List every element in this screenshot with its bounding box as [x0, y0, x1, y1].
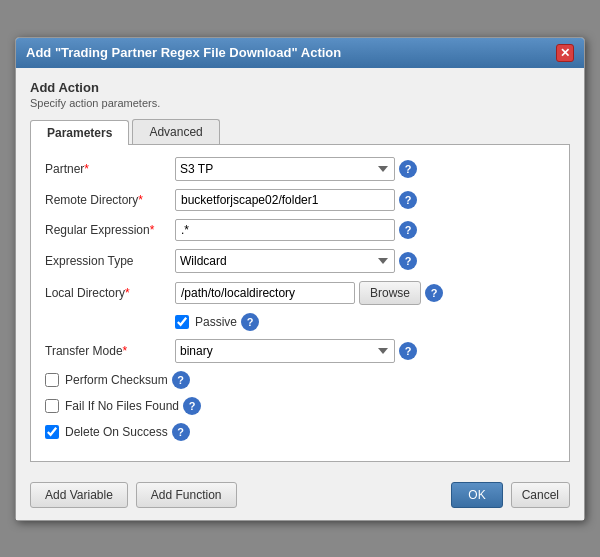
delete-on-success-label: Delete On Success: [65, 425, 168, 439]
dialog: Add "Trading Partner Regex File Download…: [15, 37, 585, 521]
transfer-mode-select[interactable]: binary: [175, 339, 395, 363]
add-variable-button[interactable]: Add Variable: [30, 482, 128, 508]
regex-input[interactable]: [175, 219, 395, 241]
passive-checkbox[interactable]: [175, 315, 189, 329]
passive-label: Passive: [195, 315, 237, 329]
tab-content-parameters: Partner* S3 TP ? Remote Directory* ?: [30, 145, 570, 462]
partner-label: Partner*: [45, 162, 175, 176]
regex-control: ?: [175, 219, 555, 241]
fail-no-files-help-icon[interactable]: ?: [183, 397, 201, 415]
expression-type-row: Expression Type Wildcard ?: [45, 249, 555, 273]
partner-select[interactable]: S3 TP: [175, 157, 395, 181]
expression-type-help-icon[interactable]: ?: [399, 252, 417, 270]
add-function-button[interactable]: Add Function: [136, 482, 237, 508]
partner-control: S3 TP ?: [175, 157, 555, 181]
delete-on-success-checkbox[interactable]: [45, 425, 59, 439]
local-dir-row: Local Directory* Browse ?: [45, 281, 555, 305]
dialog-body: Add Action Specify action parameters. Pa…: [16, 68, 584, 472]
local-dir-label: Local Directory*: [45, 286, 175, 300]
passive-help-icon[interactable]: ?: [241, 313, 259, 331]
local-dir-help-icon[interactable]: ?: [425, 284, 443, 302]
fail-no-files-checkbox[interactable]: [45, 399, 59, 413]
transfer-mode-help-icon[interactable]: ?: [399, 342, 417, 360]
dialog-header-title: Add Action: [30, 80, 570, 95]
transfer-mode-row: Transfer Mode* binary ?: [45, 339, 555, 363]
ok-button[interactable]: OK: [451, 482, 502, 508]
dialog-titlebar: Add "Trading Partner Regex File Download…: [16, 38, 584, 68]
perform-checksum-row: Perform Checksum ?: [45, 371, 555, 389]
local-dir-input[interactable]: [175, 282, 355, 304]
transfer-mode-label: Transfer Mode*: [45, 344, 175, 358]
regex-label: Regular Expression*: [45, 223, 175, 237]
perform-checksum-help-icon[interactable]: ?: [172, 371, 190, 389]
remote-dir-control: ?: [175, 189, 555, 211]
delete-on-success-help-icon[interactable]: ?: [172, 423, 190, 441]
regex-row: Regular Expression* ?: [45, 219, 555, 241]
tab-advanced[interactable]: Advanced: [132, 119, 219, 144]
remote-dir-row: Remote Directory* ?: [45, 189, 555, 211]
tab-parameters[interactable]: Parameters: [30, 120, 129, 145]
perform-checksum-label: Perform Checksum: [65, 373, 168, 387]
regex-help-icon[interactable]: ?: [399, 221, 417, 239]
remote-dir-help-icon[interactable]: ?: [399, 191, 417, 209]
browse-button[interactable]: Browse: [359, 281, 421, 305]
dialog-title: Add "Trading Partner Regex File Download…: [26, 45, 341, 60]
transfer-mode-control: binary ?: [175, 339, 555, 363]
bottom-right-buttons: OK Cancel: [451, 482, 570, 508]
perform-checksum-checkbox[interactable]: [45, 373, 59, 387]
expression-type-control: Wildcard ?: [175, 249, 555, 273]
expression-type-select[interactable]: Wildcard: [175, 249, 395, 273]
passive-row: Passive ?: [175, 313, 555, 331]
close-button[interactable]: ✕: [556, 44, 574, 62]
bottom-bar: Add Variable Add Function OK Cancel: [16, 472, 584, 520]
bottom-left-buttons: Add Variable Add Function: [30, 482, 451, 508]
remote-dir-label: Remote Directory*: [45, 193, 175, 207]
partner-row: Partner* S3 TP ?: [45, 157, 555, 181]
remote-dir-input[interactable]: [175, 189, 395, 211]
cancel-button[interactable]: Cancel: [511, 482, 570, 508]
delete-on-success-row: Delete On Success ?: [45, 423, 555, 441]
fail-no-files-row: Fail If No Files Found ?: [45, 397, 555, 415]
expression-type-label: Expression Type: [45, 254, 175, 268]
dialog-header-subtitle: Specify action parameters.: [30, 97, 570, 109]
local-dir-control: Browse ?: [175, 281, 555, 305]
tabs: Parameters Advanced: [30, 119, 570, 145]
partner-help-icon[interactable]: ?: [399, 160, 417, 178]
fail-no-files-label: Fail If No Files Found: [65, 399, 179, 413]
